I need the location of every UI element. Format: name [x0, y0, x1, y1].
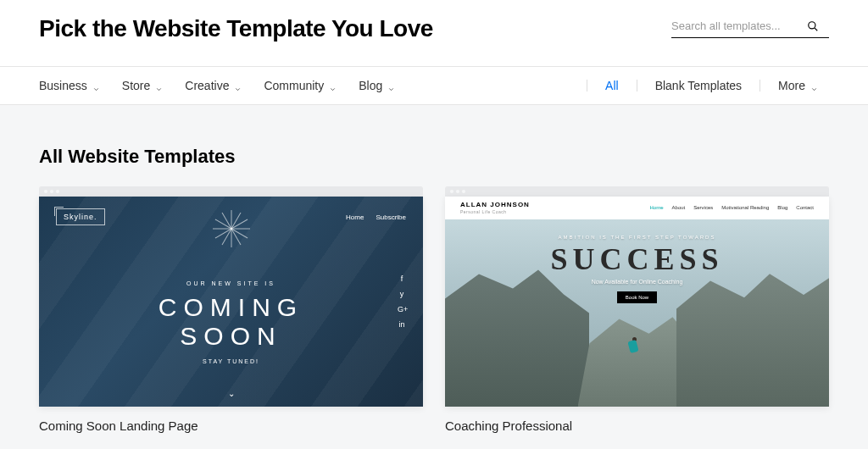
search-input[interactable]	[671, 19, 807, 32]
preview-brand-sub: Personal Life Coach	[460, 209, 530, 214]
divider	[587, 80, 587, 91]
preview-nav-item: Services	[693, 205, 713, 210]
preview-headline: SUCCESS	[550, 241, 723, 277]
preview-brand: ALLAN JOHNSON	[460, 202, 530, 209]
preview-tagline: AMBITION IS THE FIRST STEP TOWARDS	[559, 235, 716, 240]
template-preview: ALLAN JOHNSON Personal Life Coach Home A…	[445, 197, 829, 407]
preview-nav-item: About	[672, 205, 686, 210]
nav-label: More	[778, 79, 805, 92]
template-title: Coaching Professional	[445, 419, 829, 433]
nav-label: Creative	[185, 79, 229, 92]
divider	[760, 80, 760, 91]
browser-chrome	[445, 186, 829, 197]
chevron-down-icon	[387, 82, 395, 90]
chevron-down-icon	[329, 82, 337, 90]
filter-more[interactable]: More	[767, 79, 829, 92]
preview-subtext: Now Available for Online Coaching	[592, 279, 683, 285]
nav-label: Community	[264, 79, 324, 92]
browser-chrome	[39, 186, 423, 197]
linkedin-icon: in	[398, 320, 406, 329]
preview-logo: Skyline.	[56, 208, 105, 225]
mountain-decoration	[676, 267, 829, 407]
chevron-down-icon	[92, 82, 100, 90]
preview-nav-item: Motivational Reading	[721, 205, 769, 210]
search-icon[interactable]	[807, 20, 819, 32]
chevron-down-icon	[810, 82, 818, 90]
nav-business[interactable]: Business	[39, 79, 111, 92]
chevron-down-icon	[234, 82, 242, 90]
search-field[interactable]	[671, 19, 829, 38]
twitter-icon: y	[398, 290, 406, 298]
preview-nav-item: Contact	[796, 205, 814, 210]
template-card-coaching[interactable]: ALLAN JOHNSON Personal Life Coach Home A…	[445, 186, 829, 433]
nav-label: Business	[39, 79, 87, 92]
svg-point-0	[809, 21, 815, 28]
template-preview: Skyline. Home Subscribe	[39, 197, 423, 407]
filter-blank[interactable]: Blank Templates	[644, 79, 753, 92]
facebook-icon: f	[398, 274, 406, 283]
page-title: Pick the Website Template You Love	[39, 15, 433, 42]
preview-nav-item: Subscribe	[376, 213, 406, 221]
preview-nav-item: Blog	[777, 205, 787, 210]
rays-decoration	[108, 199, 354, 407]
section-title: All Website Templates	[39, 146, 829, 168]
nav-store[interactable]: Store	[111, 79, 174, 92]
divider	[637, 80, 637, 91]
category-nav: Business Store Creative Community Blog A…	[0, 66, 868, 105]
chevron-down-icon	[155, 82, 163, 90]
filter-all[interactable]: All	[594, 79, 630, 92]
preview-cta-button: Book Now	[617, 291, 657, 303]
nav-community[interactable]: Community	[253, 79, 348, 92]
nav-creative[interactable]: Creative	[174, 79, 253, 92]
preview-nav-item: Home	[650, 205, 664, 210]
mountain-decoration	[445, 263, 589, 407]
google-plus-icon: G+	[398, 305, 406, 313]
preview-social: f y G+ in	[398, 274, 406, 329]
climber-decoration	[626, 337, 641, 358]
nav-label: Store	[122, 79, 150, 92]
nav-label: Blog	[359, 79, 382, 92]
chevron-down-icon: ⌄	[228, 389, 235, 398]
nav-blog[interactable]: Blog	[348, 79, 406, 92]
template-title: Coming Soon Landing Page	[39, 419, 423, 433]
template-card-coming-soon[interactable]: Skyline. Home Subscribe	[39, 186, 423, 433]
svg-line-1	[815, 28, 817, 30]
